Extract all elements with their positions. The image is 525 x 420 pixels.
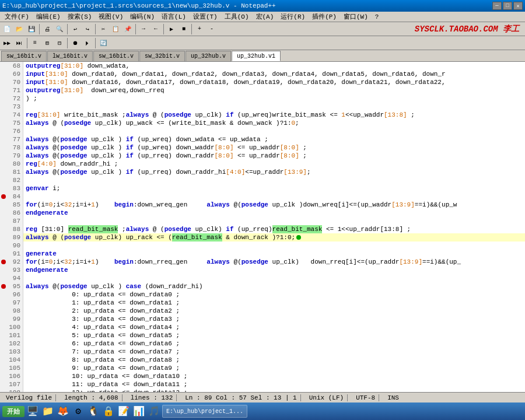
code-line-81[interactable]: always @(posedge up_clk ) if (up_rreq) d… (23, 168, 525, 176)
code-line-86[interactable]: endgenerate (23, 209, 525, 217)
run2-button[interactable]: ▶▶ (1, 37, 13, 49)
code-line-102[interactable]: 6: up_rdata <= down_rdata6 ; (23, 340, 525, 348)
copy-button[interactable]: 📋 (110, 23, 121, 35)
menu-item-r[interactable]: 运行(R) (277, 12, 309, 22)
macro-play-button[interactable]: ⏵ (82, 37, 93, 49)
paste-button[interactable]: 📌 (122, 23, 134, 35)
menu-item-f[interactable]: 文件(F) (1, 12, 33, 22)
code-line-92[interactable]: for(i=0;i<32;i=i+1) begin:down_rreq_gen … (23, 258, 525, 266)
line-num-86: 86 (0, 209, 23, 217)
search-button[interactable]: 🔍 (54, 23, 65, 35)
menu-item-w[interactable]: 窗口(W) (340, 12, 372, 22)
taskbar-icon-7[interactable]: 📝 (117, 404, 131, 418)
code-line-91[interactable]: generate (23, 250, 525, 258)
indent-button[interactable]: → (138, 23, 149, 35)
toolbar-sep3 (95, 24, 96, 34)
code-line-68[interactable]: output reg [31:0] down_wdata, (23, 62, 525, 70)
taskbar-icon-5[interactable]: 🐧 (86, 404, 100, 418)
save-button[interactable]: 💾 (26, 23, 37, 35)
code-line-72[interactable]: ) ; (23, 94, 525, 103)
code-line-75[interactable]: always @ (posedge up_clk) up_wack <= (wr… (23, 119, 525, 127)
code-line-82[interactable] (23, 176, 525, 184)
code-line-73[interactable] (23, 103, 525, 111)
code-area[interactable]: output reg [31:0] down_wdata, input [31:… (23, 62, 525, 392)
start-button[interactable]: 开始 (2, 406, 24, 417)
zoom-out-button[interactable]: - (206, 23, 218, 35)
tab-0[interactable]: sw_16bit.v (1, 51, 47, 61)
taskbar-icon-3[interactable]: 🦊 (56, 404, 70, 418)
code-line-80[interactable]: reg [4:0] down_raddr_hi ; (23, 160, 525, 168)
code-line-78[interactable]: always @(posedge up_clk ) if (up_wreq) d… (23, 144, 525, 152)
outdent-button[interactable]: ← (150, 23, 162, 35)
redo-button[interactable]: ↪ (82, 23, 93, 35)
menu-item-v[interactable]: 视图(V) (95, 12, 127, 22)
macro-button[interactable]: ⏺ (69, 37, 81, 49)
menu-item-l[interactable]: 语言(L) (158, 12, 190, 22)
tab-5[interactable]: up_32hub.v1 (232, 51, 281, 61)
code-line-98[interactable]: 2: up_rdata <= down_rdata2 ; (23, 307, 525, 315)
code-line-96[interactable]: 0: up_rdata <= down_rdata0 ; (23, 290, 525, 299)
code-line-77[interactable]: always @(posedge up_clk ) if (up_wreq) d… (23, 135, 525, 144)
tab-3[interactable]: sw_32bit.v (139, 51, 185, 61)
toggle-button[interactable]: ≡ (29, 37, 41, 49)
zoom-in-button[interactable]: + (194, 23, 205, 35)
code-line-88[interactable]: reg [31:0] read_bit_mask ;always @ (pose… (23, 225, 525, 233)
close-button[interactable]: ✕ (513, 2, 523, 10)
run-button[interactable]: ▶ (166, 23, 177, 35)
code-line-74[interactable]: reg [31:0] write_bit_mask ;always @ (pos… (23, 111, 525, 119)
code-line-100[interactable]: 4: up_rdata <= down_rdata4 ; (23, 323, 525, 331)
maximize-button[interactable]: □ (503, 2, 512, 10)
new-button[interactable]: 📄 (1, 23, 13, 35)
menu-item-n[interactable]: 编码(N) (127, 12, 158, 22)
code-line-97[interactable]: 1: up_rdata <= down_rdata1 ; (23, 299, 525, 307)
taskbar-icon-2[interactable]: 📁 (41, 404, 55, 418)
menu-item-a[interactable]: 宏(A) (253, 12, 278, 22)
taskbar-icon-8[interactable]: 📊 (132, 404, 146, 418)
code-line-104[interactable]: 8: up_rdata <= down_rdata8 ; (23, 356, 525, 364)
code-line-90[interactable] (23, 242, 525, 250)
stop-button[interactable]: ■ (178, 23, 190, 35)
tab-1[interactable]: lw_16bit.v (47, 51, 93, 61)
code-line-76[interactable] (23, 127, 525, 135)
code-line-87[interactable] (23, 217, 525, 225)
code-line-103[interactable]: 7: up_rdata <= down_rdata7 ; (23, 348, 525, 356)
undo-button[interactable]: ↩ (69, 23, 81, 35)
taskbar-icon-9[interactable]: 🎵 (147, 404, 161, 418)
code-line-107[interactable]: 11: up_rdata <= down_rdata11 ; (23, 380, 525, 388)
code-line-101[interactable]: 5: up_rdata <= down_rdata5 ; (23, 331, 525, 340)
code-line-93[interactable]: endgenerate (23, 266, 525, 274)
code-line-69[interactable]: input [31:0] down_rdata0, down_rdata1, d… (23, 70, 525, 78)
code-line-89[interactable]: always @ (posedge up_clk) up_rack <= (re… (23, 233, 525, 242)
print-button[interactable]: 🖨 (41, 23, 53, 35)
unfold-button[interactable]: ⊟ (54, 37, 65, 49)
minimize-button[interactable]: ─ (492, 2, 502, 10)
menu-item-e[interactable]: 编辑(E) (33, 12, 64, 22)
sync-button[interactable]: 🔄 (97, 37, 109, 49)
code-line-71[interactable]: output reg [31:0] down_wreq,down_rreq (23, 86, 525, 94)
step-button[interactable]: ⏭ (13, 37, 25, 49)
cut-button[interactable]: ✂ (97, 23, 109, 35)
code-line-79[interactable]: always @(posedge up_clk ) if (up_rreq) d… (23, 152, 525, 160)
taskbar-icon-6[interactable]: 🔒 (102, 404, 116, 418)
fold-button[interactable]: ⊞ (41, 37, 53, 49)
menu-item-s[interactable]: 搜索(S) (64, 12, 96, 22)
code-line-70[interactable]: input [31:0] down_rdata16, down_rdata17,… (23, 78, 525, 86)
code-line-85[interactable]: for(i=0;i<32;i=i+1) begin:down_wreq_gen … (23, 201, 525, 209)
taskbar-icon-4[interactable]: ⚙️ (71, 404, 85, 418)
code-line-106[interactable]: 10: up_rdata <= down_rdata10 ; (23, 372, 525, 380)
taskbar-icon-1[interactable]: 🖥️ (26, 404, 40, 418)
code-line-95[interactable]: always @(posedge up_clk ) case (down_rad… (23, 282, 525, 290)
menu-item-o[interactable]: 工具(O) (221, 12, 253, 22)
code-line-83[interactable]: genvar i; (23, 184, 525, 192)
menu-item-[interactable]: ? (372, 13, 383, 21)
open-button[interactable]: 📂 (13, 23, 25, 35)
code-line-105[interactable]: 9: up_rdata <= down_rdata9 ; (23, 364, 525, 372)
code-line-84[interactable] (23, 192, 525, 201)
menu-item-p[interactable]: 插件(P) (309, 12, 340, 22)
tab-4[interactable]: up_32hub.v (186, 51, 231, 61)
menu-item-t[interactable]: 设置(T) (190, 12, 221, 22)
notepad-task-button[interactable]: E:\up_hub\project_1... (162, 405, 247, 418)
code-line-94[interactable] (23, 274, 525, 282)
tab-2[interactable]: sw_16bit.v (93, 51, 139, 61)
code-line-99[interactable]: 3: up_rdata <= down_rdata3 ; (23, 315, 525, 323)
